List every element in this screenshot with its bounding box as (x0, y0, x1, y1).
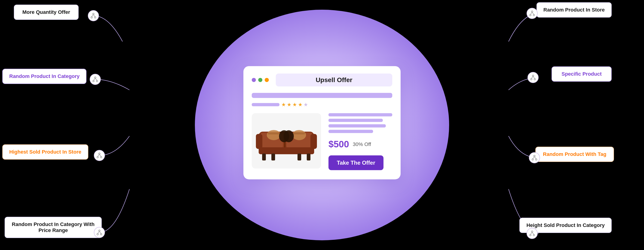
connector-more-quantity (88, 10, 99, 21)
svg-rect-10 (307, 154, 310, 160)
label-highest-sold: Highest Sold Product In Store (2, 144, 88, 160)
svg-point-37 (99, 153, 100, 154)
svg-line-25 (530, 12, 532, 14)
product-image (252, 113, 321, 169)
svg-rect-6 (259, 147, 314, 154)
card-title: Upsell Offer (276, 74, 392, 87)
connector-highest-sold (94, 150, 105, 161)
svg-line-20 (92, 15, 94, 17)
svg-point-54 (533, 234, 535, 236)
svg-point-29 (96, 80, 98, 82)
connector-height-sold (526, 228, 538, 239)
label-random-category: Random Product In Category (2, 69, 86, 84)
connector-random-store (526, 8, 538, 19)
svg-point-34 (534, 78, 536, 80)
product-body: $500 30% Off Take The Offer (252, 113, 392, 170)
svg-point-48 (97, 233, 98, 235)
dot-orange (265, 78, 269, 82)
connector-specific-product (528, 72, 538, 83)
detail-bar-3 (328, 124, 386, 127)
svg-rect-5 (310, 134, 317, 149)
svg-line-41 (100, 154, 101, 157)
star-2: ★ (287, 102, 292, 108)
star-1: ★ (281, 102, 286, 108)
product-details: $500 30% Off Take The Offer (328, 113, 392, 170)
svg-point-33 (530, 78, 532, 80)
svg-rect-4 (256, 134, 262, 149)
svg-point-39 (100, 156, 102, 158)
svg-point-49 (100, 233, 102, 235)
svg-line-51 (100, 232, 101, 234)
star-5: ★ (304, 102, 308, 108)
svg-line-26 (532, 12, 534, 14)
star-3: ★ (292, 102, 297, 108)
svg-rect-8 (272, 154, 275, 160)
svg-point-47 (99, 230, 100, 232)
svg-rect-14 (293, 133, 305, 134)
scene: Upsell Offer ★ ★ ★ ★ ★ (0, 0, 644, 250)
svg-line-21 (94, 15, 95, 17)
label-random-category-price: Random Product In Category With Price Ra… (4, 217, 102, 238)
price-row: $500 30% Off (328, 139, 392, 149)
svg-point-19 (94, 17, 96, 18)
rating-bar (252, 103, 280, 106)
svg-line-45 (532, 157, 534, 159)
price: $500 (328, 139, 349, 149)
svg-line-30 (94, 78, 95, 81)
svg-line-55 (530, 233, 532, 235)
card-titlebar: Upsell Offer (252, 74, 392, 87)
svg-rect-9 (298, 154, 301, 160)
sofa-svg (254, 118, 319, 164)
svg-point-42 (534, 155, 535, 157)
svg-point-32 (532, 75, 534, 77)
svg-line-56 (532, 233, 534, 235)
label-random-tag: Random Product With Tag (535, 147, 614, 162)
svg-rect-7 (262, 154, 266, 160)
cta-button[interactable]: Take The Offer (328, 155, 384, 170)
svg-point-18 (91, 17, 92, 18)
product-name-bar (252, 93, 392, 98)
star-4: ★ (298, 102, 302, 108)
main-card: Upsell Offer ★ ★ ★ ★ ★ (244, 66, 400, 179)
svg-point-23 (530, 14, 531, 16)
svg-line-31 (95, 78, 97, 81)
svg-point-11 (267, 130, 280, 140)
svg-point-27 (94, 77, 96, 78)
connector-random-category (90, 74, 101, 85)
dot-purple (252, 78, 256, 82)
svg-point-53 (530, 234, 531, 236)
svg-point-38 (97, 156, 98, 158)
svg-point-52 (532, 231, 533, 233)
svg-line-36 (533, 77, 535, 79)
svg-point-22 (532, 11, 533, 12)
detail-bar-4 (328, 130, 373, 133)
svg-point-24 (533, 14, 535, 16)
detail-bar-2 (328, 119, 383, 122)
svg-point-16 (284, 130, 294, 142)
svg-point-28 (93, 80, 94, 82)
svg-line-35 (531, 77, 533, 79)
label-random-store: Random Product In Store (536, 2, 612, 17)
svg-point-44 (535, 159, 537, 160)
svg-point-43 (532, 159, 534, 160)
svg-line-50 (98, 232, 100, 234)
detail-bar-1 (328, 113, 392, 117)
rating-row: ★ ★ ★ ★ ★ (252, 102, 392, 108)
svg-point-17 (93, 13, 94, 15)
label-specific-product: Specific Product (552, 66, 612, 82)
svg-line-46 (534, 157, 536, 159)
discount: 30% Off (353, 141, 371, 147)
svg-rect-13 (268, 133, 280, 134)
star-rating: ★ ★ ★ ★ ★ (281, 102, 308, 108)
connector-random-tag (529, 152, 540, 163)
dot-green (258, 78, 262, 82)
label-more-quantity: More Quantity Offer (14, 4, 78, 20)
svg-point-12 (292, 130, 306, 140)
connector-random-category-price (94, 227, 105, 238)
svg-line-40 (98, 154, 100, 157)
